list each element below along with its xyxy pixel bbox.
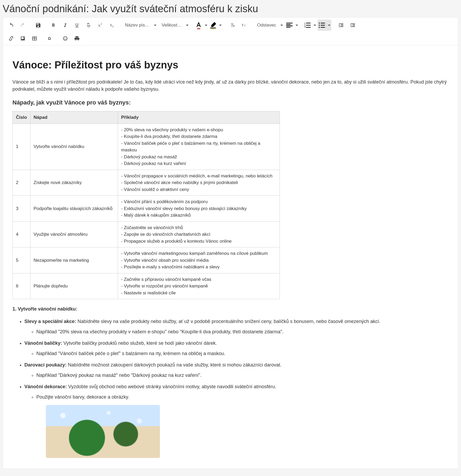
chevron-down-icon: [154, 25, 156, 26]
undo-button[interactable]: [6, 20, 17, 31]
th-idea: Nápad: [30, 111, 118, 124]
svg-text:Ω: Ω: [48, 37, 51, 41]
cell-number: 3: [13, 196, 31, 222]
cell-examples: - Zúčastněte se vánočních trhů - Zapojte…: [118, 221, 280, 247]
italic-button[interactable]: [60, 20, 71, 31]
link-button[interactable]: [6, 33, 17, 44]
cell-number: 5: [13, 247, 31, 273]
list-item-lead: Vánoční dekorace:: [24, 384, 67, 389]
cell-idea: Získejte nové zákazníky: [30, 170, 118, 196]
cell-number: 2: [13, 170, 31, 196]
table-row: 6Plánujte dopředu- Začněte s přípravou v…: [13, 273, 280, 299]
strikethrough-button[interactable]: [83, 20, 94, 31]
svg-point-6: [319, 23, 320, 24]
special-char-button[interactable]: Ω: [44, 33, 55, 44]
editor-content[interactable]: Vánoce: Příležitost pro váš byznys Vánoc…: [3, 45, 458, 469]
bold-button[interactable]: [48, 20, 59, 31]
chevron-down-icon: [280, 25, 283, 26]
svg-text:T: T: [244, 24, 246, 27]
indent-button[interactable]: [347, 20, 358, 31]
svg-text:X: X: [110, 23, 112, 27]
th-number: Číslo: [13, 111, 31, 124]
cell-examples: - Začněte s přípravou vánoční kampaně vč…: [118, 273, 280, 299]
align-button[interactable]: [285, 20, 299, 31]
sub-list-item: Například "20% sleva na všechny produkty…: [36, 328, 449, 335]
toolbar: X2 X2 Název pís… Velikost… TT Odstavec Ω: [3, 18, 458, 45]
font-size-select[interactable]: Velikost…: [159, 20, 190, 31]
christmas-image: [46, 405, 160, 458]
sub-list: Například "Dárkový poukaz na masáž" nebo…: [24, 372, 449, 379]
font-color-button[interactable]: [194, 20, 208, 31]
list-item-text: Vytvořte balíčky produktů nebo služeb, k…: [62, 340, 217, 346]
sub-list-item: Například "Vánoční balíček péče o pleť" …: [36, 350, 449, 357]
section-lead: 1. Vytvořte vánoční nabídku:: [12, 305, 449, 313]
svg-text:2: 2: [112, 25, 114, 28]
cell-idea: Plánujte dopředu: [30, 273, 118, 299]
cell-idea: Nezapomeňte na marketing: [30, 247, 118, 273]
highlight-color-button[interactable]: [209, 20, 223, 31]
print-button[interactable]: [71, 33, 82, 44]
table-header-row: Číslo Nápad Příklady: [13, 111, 280, 124]
font-family-select[interactable]: Název pís…: [122, 20, 158, 31]
svg-text:2: 2: [101, 23, 102, 25]
sub-list: Použijte vánoční barvy, dekorace a obráz…: [24, 394, 449, 401]
ideas-table: Číslo Nápad Příklady 1Vytvořte vánoční n…: [12, 111, 280, 299]
outdent-button[interactable]: [336, 20, 347, 31]
emoji-button[interactable]: [60, 33, 71, 44]
font-family-label: Název pís…: [125, 23, 150, 28]
table-row: 5Nezapomeňte na marketing- Vytvořte váno…: [13, 247, 280, 273]
list-item-lead: Slevy a speciální akce:: [24, 319, 76, 324]
sub-list-item: Například "Dárkový poukaz na masáž" nebo…: [36, 372, 449, 379]
ordered-list-button[interactable]: [303, 20, 317, 31]
list-item: Vánoční dekorace: Vyzdobte svůj obchod n…: [24, 383, 449, 401]
table-row: 4Využijte vánoční atmosféru- Zúčastněte …: [13, 221, 280, 247]
save-button[interactable]: [33, 20, 44, 31]
svg-point-10: [63, 37, 67, 41]
text-case-button[interactable]: TT: [238, 20, 250, 31]
redo-button[interactable]: [17, 20, 28, 31]
list-item-text: Vyzdobte svůj obchod nebo webové stránky…: [67, 384, 276, 389]
cell-examples: - Vánoční přání s poděkováním za podporu…: [118, 196, 280, 222]
svg-text:X: X: [98, 24, 101, 28]
chevron-down-icon: [186, 25, 189, 26]
chevron-down-icon: [328, 25, 330, 26]
cell-idea: Využijte vánoční atmosféru: [30, 221, 118, 247]
sub-list: Například "20% sleva na všechny produkty…: [24, 328, 449, 335]
chevron-down-icon: [295, 25, 298, 26]
page-title: Vánoční podnikání: Jak využít sváteční a…: [0, 0, 461, 17]
table-row: 3Podpořte loajalitu stávajících zákazník…: [13, 196, 280, 222]
list-item: Darovací poukazy: Nabídněte možnost zako…: [24, 361, 449, 379]
svg-text:T: T: [242, 23, 244, 27]
editor: X2 X2 Název pís… Velikost… TT Odstavec Ω…: [3, 17, 458, 469]
table-button[interactable]: [29, 33, 40, 44]
block-format-select[interactable]: Odstavec: [254, 20, 285, 31]
underline-button[interactable]: [71, 20, 82, 31]
doc-subheading: Nápady, jak využít Vánoce pro váš byznys…: [12, 98, 449, 107]
chevron-down-icon: [205, 25, 207, 26]
svg-point-11: [64, 38, 65, 38]
font-size-label: Velikost…: [162, 23, 182, 28]
table-row: 1Vytvořte vánoční nabídku- 20% sleva na …: [13, 124, 280, 170]
list-item-lead: Darovací poukazy:: [24, 362, 67, 368]
subscript-button[interactable]: X2: [106, 20, 118, 31]
list-item-text: Nabídněte možnost zakoupení dárkových po…: [67, 362, 281, 368]
cell-idea: Podpořte loajalitu stávajících zákazníků: [30, 196, 118, 222]
doc-heading: Vánoce: Příležitost pro váš byznys: [12, 58, 449, 73]
unordered-list-button[interactable]: [318, 20, 331, 31]
doc-intro: Vánoce se blíží a s nimi i příležitost p…: [12, 78, 449, 93]
cell-examples: - 20% sleva na všechny produkty v našem …: [118, 124, 280, 170]
list-item-lead: Vánoční balíčky:: [24, 340, 62, 346]
bullet-list: Slevy a speciální akce: Nabídněte slevy …: [12, 318, 449, 401]
chevron-down-icon: [219, 25, 222, 26]
clear-formatting-button[interactable]: [227, 20, 238, 31]
cell-idea: Vytvořte vánoční nabídku: [30, 124, 118, 170]
cell-number: 1: [13, 124, 31, 170]
superscript-button[interactable]: X2: [95, 20, 106, 31]
image-button[interactable]: [17, 33, 28, 44]
svg-point-12: [66, 38, 66, 38]
cell-number: 6: [13, 273, 31, 299]
th-examples: Příklady: [118, 111, 280, 124]
block-format-label: Odstavec: [257, 23, 276, 28]
sub-list: Například "Vánoční balíček péče o pleť" …: [24, 350, 449, 357]
table-row: 2Získejte nové zákazníky- Vánoční propag…: [13, 170, 280, 196]
